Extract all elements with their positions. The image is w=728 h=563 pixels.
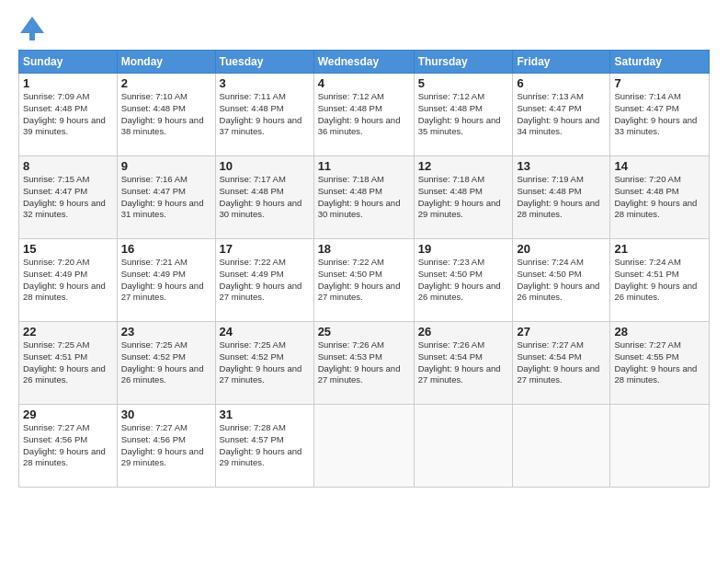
day-number: 2 [121,76,211,90]
day-number: 22 [23,325,113,339]
day-number: 11 [318,159,410,173]
day-cell-17: 17Sunrise: 7:22 AMSunset: 4:49 PMDayligh… [215,239,313,322]
day-info: Sunrise: 7:14 AMSunset: 4:47 PMDaylight:… [614,91,705,138]
day-cell-12: 12Sunrise: 7:18 AMSunset: 4:48 PMDayligh… [414,156,513,239]
day-cell-29: 29Sunrise: 7:27 AMSunset: 4:56 PMDayligh… [19,405,118,488]
day-cell-9: 9Sunrise: 7:16 AMSunset: 4:47 PMDaylight… [117,156,215,239]
week-row-5: 29Sunrise: 7:27 AMSunset: 4:56 PMDayligh… [19,405,710,488]
week-row-2: 8Sunrise: 7:15 AMSunset: 4:47 PMDaylight… [19,156,710,239]
page: SundayMondayTuesdayWednesdayThursdayFrid… [0,0,728,563]
day-number: 29 [23,408,113,421]
day-number: 10 [220,159,310,173]
day-info: Sunrise: 7:23 AMSunset: 4:50 PMDaylight:… [418,257,509,304]
calendar-header-saturday: Saturday [610,51,710,74]
day-info: Sunrise: 7:25 AMSunset: 4:51 PMDaylight:… [23,339,113,386]
day-number: 23 [121,325,211,339]
day-number: 26 [418,325,509,339]
day-number: 12 [418,159,509,173]
day-number: 27 [517,325,606,339]
day-cell-26: 26Sunrise: 7:26 AMSunset: 4:54 PMDayligh… [414,322,513,405]
day-cell-30: 30Sunrise: 7:27 AMSunset: 4:56 PMDayligh… [117,405,215,488]
calendar-header-thursday: Thursday [414,51,513,74]
day-cell-18: 18Sunrise: 7:22 AMSunset: 4:50 PMDayligh… [313,239,414,322]
day-cell-5: 5Sunrise: 7:12 AMSunset: 4:48 PMDaylight… [414,74,513,156]
day-info: Sunrise: 7:11 AMSunset: 4:48 PMDaylight:… [220,91,310,138]
day-cell-24: 24Sunrise: 7:25 AMSunset: 4:52 PMDayligh… [215,322,313,405]
day-cell-19: 19Sunrise: 7:23 AMSunset: 4:50 PMDayligh… [414,239,513,322]
calendar-header-wednesday: Wednesday [313,51,414,74]
day-info: Sunrise: 7:19 AMSunset: 4:48 PMDaylight:… [517,174,606,221]
svg-marker-0 [20,17,44,33]
day-cell-15: 15Sunrise: 7:20 AMSunset: 4:49 PMDayligh… [19,239,118,322]
header [18,15,710,42]
day-number: 15 [23,242,113,256]
day-number: 1 [23,76,113,90]
day-cell-3: 3Sunrise: 7:11 AMSunset: 4:48 PMDaylight… [215,74,313,156]
day-info: Sunrise: 7:25 AMSunset: 4:52 PMDaylight:… [121,339,211,386]
day-info: Sunrise: 7:26 AMSunset: 4:53 PMDaylight:… [318,339,410,386]
day-cell-14: 14Sunrise: 7:20 AMSunset: 4:48 PMDayligh… [610,156,710,239]
calendar-header-row: SundayMondayTuesdayWednesdayThursdayFrid… [19,51,710,74]
week-row-3: 15Sunrise: 7:20 AMSunset: 4:49 PMDayligh… [19,239,710,322]
day-info: Sunrise: 7:28 AMSunset: 4:57 PMDaylight:… [220,422,310,469]
day-cell-10: 10Sunrise: 7:17 AMSunset: 4:48 PMDayligh… [215,156,313,239]
day-number: 30 [121,408,211,421]
day-number: 16 [121,242,211,256]
day-number: 9 [121,159,211,173]
svg-rect-1 [29,33,35,40]
day-cell-13: 13Sunrise: 7:19 AMSunset: 4:48 PMDayligh… [513,156,610,239]
day-cell-1: 1Sunrise: 7:09 AMSunset: 4:48 PMDaylight… [19,74,118,156]
calendar-table: SundayMondayTuesdayWednesdayThursdayFrid… [18,50,710,488]
day-cell-28: 28Sunrise: 7:27 AMSunset: 4:55 PMDayligh… [610,322,710,405]
day-number: 18 [318,242,410,256]
day-info: Sunrise: 7:27 AMSunset: 4:56 PMDaylight:… [121,422,211,469]
day-cell-7: 7Sunrise: 7:14 AMSunset: 4:47 PMDaylight… [610,74,710,156]
day-number: 8 [23,159,113,173]
day-cell-4: 4Sunrise: 7:12 AMSunset: 4:48 PMDaylight… [313,74,414,156]
calendar-header-tuesday: Tuesday [215,51,313,74]
day-info: Sunrise: 7:12 AMSunset: 4:48 PMDaylight:… [418,91,509,138]
empty-cell [610,405,710,488]
day-info: Sunrise: 7:27 AMSunset: 4:55 PMDaylight:… [614,339,705,386]
day-number: 14 [614,159,705,173]
day-cell-25: 25Sunrise: 7:26 AMSunset: 4:53 PMDayligh… [313,322,414,405]
day-info: Sunrise: 7:18 AMSunset: 4:48 PMDaylight:… [318,174,410,221]
day-number: 20 [517,242,606,256]
day-cell-11: 11Sunrise: 7:18 AMSunset: 4:48 PMDayligh… [313,156,414,239]
day-number: 31 [220,408,310,421]
day-info: Sunrise: 7:25 AMSunset: 4:52 PMDaylight:… [220,339,310,386]
day-info: Sunrise: 7:10 AMSunset: 4:48 PMDaylight:… [121,91,211,138]
day-number: 24 [220,325,310,339]
day-number: 21 [614,242,705,256]
day-cell-21: 21Sunrise: 7:24 AMSunset: 4:51 PMDayligh… [610,239,710,322]
week-row-1: 1Sunrise: 7:09 AMSunset: 4:48 PMDaylight… [19,74,710,156]
day-info: Sunrise: 7:15 AMSunset: 4:47 PMDaylight:… [23,174,113,221]
calendar-header-friday: Friday [513,51,610,74]
day-number: 6 [517,76,606,90]
day-number: 7 [614,76,705,90]
day-number: 4 [318,76,410,90]
day-info: Sunrise: 7:24 AMSunset: 4:50 PMDaylight:… [517,257,606,304]
day-info: Sunrise: 7:16 AMSunset: 4:47 PMDaylight:… [121,174,211,221]
day-number: 17 [220,242,310,256]
day-info: Sunrise: 7:26 AMSunset: 4:54 PMDaylight:… [418,339,509,386]
day-info: Sunrise: 7:21 AMSunset: 4:49 PMDaylight:… [121,257,211,304]
day-info: Sunrise: 7:09 AMSunset: 4:48 PMDaylight:… [23,91,113,138]
day-cell-6: 6Sunrise: 7:13 AMSunset: 4:47 PMDaylight… [513,74,610,156]
day-info: Sunrise: 7:20 AMSunset: 4:49 PMDaylight:… [23,257,113,304]
day-cell-22: 22Sunrise: 7:25 AMSunset: 4:51 PMDayligh… [19,322,118,405]
day-info: Sunrise: 7:24 AMSunset: 4:51 PMDaylight:… [614,257,705,304]
logo [18,15,50,42]
day-number: 5 [418,76,509,90]
day-cell-16: 16Sunrise: 7:21 AMSunset: 4:49 PMDayligh… [117,239,215,322]
day-info: Sunrise: 7:27 AMSunset: 4:56 PMDaylight:… [23,422,113,469]
day-cell-8: 8Sunrise: 7:15 AMSunset: 4:47 PMDaylight… [19,156,118,239]
day-number: 28 [614,325,705,339]
empty-cell [313,405,414,488]
day-cell-20: 20Sunrise: 7:24 AMSunset: 4:50 PMDayligh… [513,239,610,322]
day-info: Sunrise: 7:20 AMSunset: 4:48 PMDaylight:… [614,174,705,221]
week-row-4: 22Sunrise: 7:25 AMSunset: 4:51 PMDayligh… [19,322,710,405]
day-info: Sunrise: 7:27 AMSunset: 4:54 PMDaylight:… [517,339,606,386]
day-number: 13 [517,159,606,173]
logo-icon [18,15,46,42]
